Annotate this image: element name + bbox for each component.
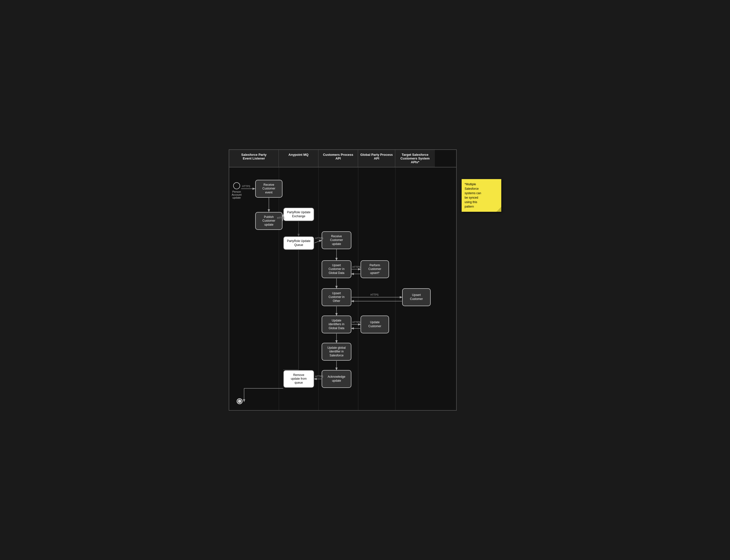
update-identifiers-node: Updateidentifiers inGlobal Data — [321, 316, 351, 333]
header-global: Global Party ProcessAPI — [358, 150, 395, 167]
upsert-customer-other-node: UpsertCustomer inOther — [321, 288, 351, 306]
receive-customer-event-node: ReceiveCustomerevent — [255, 180, 282, 198]
header-target: Target SalesforceCustomers SystemAPIs* — [395, 150, 435, 167]
sticky-note-container: *MultipleSalesforcesystems canbe syncedu… — [462, 179, 501, 212]
acknowledge-update-node: Acknowledgeupdate — [321, 370, 351, 388]
upsert-global-data-node: UpsertCustomer inGlobal Data — [321, 260, 351, 278]
header-customers: Customers ProcessAPI — [318, 150, 358, 167]
end-circle — [237, 398, 242, 404]
perform-customer-upsert-node: PerformCustomerupsert* — [360, 260, 389, 278]
swimlane-body: PersonAccountupdate ReceiveCustomerevent… — [229, 167, 456, 410]
svg-text:HTTPS: HTTPS — [352, 266, 360, 268]
upsert-customer-target-node: UpsertCustomer — [402, 288, 431, 306]
update-customer-node: UpdateCustomer — [360, 316, 389, 333]
person-account-actor: PersonAccountupdate — [232, 182, 241, 199]
diagram-container: Salesforce PartyEvent Listener Anypoint … — [229, 149, 501, 411]
remove-queue-node: Removeupdate fromqueue — [283, 370, 314, 388]
actor-circle — [233, 182, 240, 189]
svg-line-6 — [314, 240, 321, 243]
partyrole-queue-node: PartyRole UpdateQueue — [283, 236, 314, 250]
sticky-note: *MultipleSalesforcesystems canbe syncedu… — [462, 179, 501, 212]
canvas: Salesforce PartyEvent Listener Anypoint … — [229, 149, 501, 411]
receive-customer-update-node: ReceiveCustomerupdate — [321, 231, 351, 249]
svg-text:HTTPS: HTTPS — [242, 185, 250, 188]
update-global-identifier-node: Update globalidentifier inSalesforce — [321, 343, 351, 361]
end-actor — [237, 398, 242, 404]
publish-customer-update-node: PublishCustomerupdate — [255, 212, 282, 230]
svg-text:HTTPS: HTTPS — [352, 321, 360, 324]
svg-text:HTTPS: HTTPS — [371, 293, 379, 296]
partyrole-exchange-node: PartyRole UpdateExchange — [283, 208, 314, 221]
header-mq: Anypoint MQ — [279, 150, 318, 167]
diagram-main: Salesforce PartyEvent Listener Anypoint … — [229, 149, 457, 411]
person-account-label: PersonAccountupdate — [232, 190, 241, 199]
header-sfparty: Salesforce PartyEvent Listener — [229, 150, 279, 167]
swimlane-headers: Salesforce PartyEvent Listener Anypoint … — [229, 150, 456, 167]
